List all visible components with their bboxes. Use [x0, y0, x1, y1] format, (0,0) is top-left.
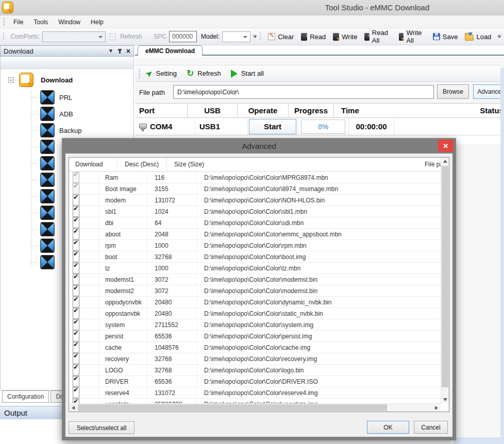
- download-checkbox[interactable]: [73, 308, 79, 319]
- write-button[interactable]: Write: [329, 31, 361, 43]
- download-checkbox[interactable]: [73, 376, 79, 387]
- download-checkbox[interactable]: [73, 319, 79, 330]
- file-path-input[interactable]: [173, 85, 434, 99]
- write-all-button[interactable]: Write All: [395, 27, 429, 46]
- advanced-button[interactable]: Advanced: [473, 84, 504, 99]
- phone-read-all-icon: [364, 33, 369, 41]
- tab-emmc-download[interactable]: eMMC Download: [138, 45, 203, 56]
- download-checkbox[interactable]: [73, 297, 79, 308]
- cancel-button[interactable]: Cancel: [414, 421, 448, 434]
- file-path-cell: D:\imei\opo\opo\Color\Color\dynamic_nvbk…: [197, 297, 441, 308]
- read-all-button[interactable]: Read All: [361, 27, 395, 46]
- tree-item[interactable]: PRL: [1, 89, 133, 106]
- menu-item[interactable]: Help: [86, 17, 109, 27]
- read-button[interactable]: Read: [297, 31, 329, 43]
- scroll-right-icon[interactable]: [435, 406, 438, 410]
- download-checkbox[interactable]: [73, 251, 79, 262]
- menu-item[interactable]: Window: [53, 17, 86, 27]
- file-path-cell: D:\imei\opo\opo\Color\Color\rpm.mbn: [197, 240, 441, 251]
- size-cell: 3155: [147, 183, 197, 194]
- download-checkbox[interactable]: [73, 331, 79, 341]
- setting-button[interactable]: ➤ Setting: [146, 70, 183, 77]
- tree-item[interactable]: Backup: [1, 122, 133, 139]
- download-checkbox[interactable]: [73, 263, 79, 274]
- app-icon: ✎: [2, 2, 13, 13]
- scroll-up-icon[interactable]: [443, 160, 447, 163]
- menu-item[interactable]: File: [8, 17, 28, 27]
- download-checkbox[interactable]: [73, 365, 79, 375]
- scrollbar-thumb[interactable]: [78, 404, 387, 411]
- download-checkbox[interactable]: [73, 353, 79, 364]
- tab-configuration[interactable]: Configuration: [2, 390, 49, 403]
- clear-button[interactable]: Clear: [264, 31, 297, 43]
- tree-root-label: Download: [41, 76, 73, 84]
- scroll-left-icon[interactable]: [72, 406, 75, 410]
- download-checkbox[interactable]: [73, 195, 79, 206]
- download-checkbox[interactable]: [73, 229, 79, 240]
- select-unselect-all-button[interactable]: Select/unselect all: [69, 421, 135, 434]
- save-button[interactable]: Save: [429, 31, 462, 43]
- table-row: system 2711552 D:\imei\opo\opo\Color\Col…: [69, 319, 441, 331]
- pin-icon[interactable]: [119, 49, 121, 54]
- output-title: Output: [4, 408, 27, 417]
- column-header: Progress: [289, 104, 334, 117]
- toolbar-overflow-icon[interactable]: [497, 35, 502, 38]
- file-path-cell: D:\imei\opo\opo\Color\Color\modemst.bin: [197, 274, 441, 285]
- refresh-ports-label[interactable]: Refresh: [120, 33, 142, 40]
- download-checkbox[interactable]: [73, 172, 79, 183]
- horizontal-scrollbar[interactable]: [69, 403, 441, 412]
- file-path-cell: D:\imei\opo\opo\Color\Color\tz.mbn: [197, 263, 441, 274]
- chevron-down-icon[interactable]: ▼: [108, 48, 113, 54]
- size-cell: 116: [147, 172, 197, 183]
- scroll-down-icon[interactable]: [443, 398, 447, 401]
- checkbox-cell: [69, 229, 99, 240]
- download-checkbox[interactable]: [73, 285, 79, 296]
- table-row: modemst1 3072 D:\imei\opo\opo\Color\Colo…: [69, 274, 441, 285]
- download-checkbox[interactable]: [73, 342, 79, 353]
- table-row: sbl1 1024 D:\imei\opo\opo\Color\Color\sb…: [69, 206, 441, 217]
- download-checkbox[interactable]: [73, 217, 79, 228]
- menu-item[interactable]: Tools: [28, 17, 53, 27]
- close-button[interactable]: ✕: [438, 140, 453, 152]
- ok-button[interactable]: OK: [367, 421, 409, 434]
- table-row: cache 1048576 D:\imei\opo\opo\Color\Colo…: [69, 342, 441, 353]
- download-checkbox[interactable]: [73, 274, 79, 285]
- checkbox-cell: [69, 399, 99, 403]
- download-checkbox[interactable]: [73, 206, 79, 217]
- download-checkbox[interactable]: [73, 183, 79, 194]
- checkbox-cell: [69, 251, 99, 262]
- desc-cell: oppodycnvbk: [99, 297, 147, 308]
- model-select[interactable]: [222, 31, 250, 42]
- progress-cell: 0%: [298, 118, 349, 135]
- collapse-icon[interactable]: [8, 77, 14, 83]
- desc-cell: dbi: [99, 217, 147, 228]
- close-icon[interactable]: ×: [126, 48, 130, 54]
- dialog-titlebar: Advanced: [62, 138, 456, 153]
- download-checkbox[interactable]: [73, 387, 79, 398]
- file-path-cell: D:\imei\opo\opo\Color\Color\reserve4.img: [197, 387, 441, 398]
- download-checkbox[interactable]: [73, 399, 79, 403]
- tree-root-download[interactable]: ✎ Download: [1, 72, 133, 89]
- load-button[interactable]: Load: [461, 30, 495, 43]
- comports-select[interactable]: [42, 31, 106, 42]
- scrollbar-thumb[interactable]: [442, 166, 448, 387]
- refresh-button[interactable]: ↻ Refresh: [187, 70, 227, 77]
- toolbar-overflow-icon[interactable]: [253, 35, 258, 38]
- vertical-scrollbar[interactable]: [441, 158, 449, 403]
- start-all-button[interactable]: Start all: [231, 70, 270, 78]
- size-cell: 3072: [147, 274, 197, 285]
- file-path-cell: D:\imei\opo\opo\Color\Color\static_nvbk.…: [197, 308, 441, 319]
- desc-cell: LOGO: [99, 365, 147, 375]
- advanced-table-body: Ram 116 D:\imei\opo\opo\Color\Color\MPRG…: [69, 172, 441, 403]
- checkbox-cell: [69, 217, 99, 228]
- phone-write-all-icon: [399, 33, 404, 41]
- browse-button[interactable]: Browse: [437, 84, 469, 99]
- download-checkbox[interactable]: [73, 240, 79, 251]
- refresh-ports-icon: [110, 33, 116, 40]
- spc-input[interactable]: [169, 31, 197, 42]
- port-cell: COM4: [135, 118, 195, 135]
- checkbox-cell: [69, 274, 99, 285]
- tree-item[interactable]: ADB: [1, 106, 133, 122]
- start-button[interactable]: Start: [249, 119, 296, 134]
- file-path-cell: D:\imei\opo\opo\Color\Color\cache.img: [197, 342, 441, 353]
